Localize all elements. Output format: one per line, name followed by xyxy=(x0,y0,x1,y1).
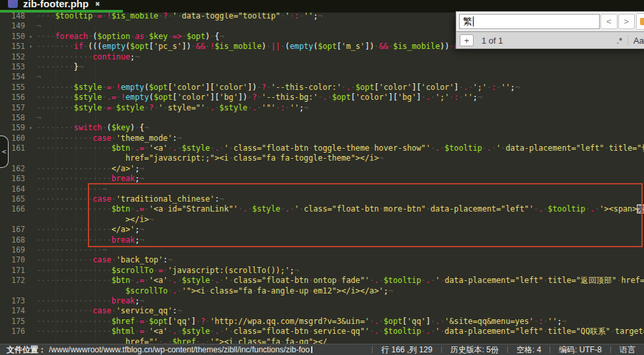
regex-toggle[interactable]: .* xyxy=(611,35,627,46)
code-line[interactable]: 155········$style·=·!empty($opt['color']… xyxy=(0,83,644,93)
line-number[interactable]: 158 xyxy=(0,113,25,123)
line-number[interactable]: 157 xyxy=(0,103,25,113)
fold-gutter xyxy=(25,194,36,204)
code-line[interactable]: href="javascript:;"><i·class="fa·fa-togg… xyxy=(0,153,644,163)
code-line[interactable]: 166················$btn·.=·'<a·id="Stran… xyxy=(0,204,644,214)
spaces-setting[interactable]: 空格: 4 xyxy=(508,344,550,355)
fold-gutter xyxy=(25,174,36,184)
line-number[interactable]: 159 xyxy=(0,123,25,133)
fold-gutter xyxy=(25,143,36,153)
code-line[interactable]: 158¬ xyxy=(0,113,644,123)
cursor-position: 行 166 ,列 129 xyxy=(373,344,441,355)
active-tab-underline xyxy=(0,10,123,13)
line-number[interactable]: 167 xyxy=(0,225,25,235)
line-number[interactable]: 164 xyxy=(0,184,25,194)
code-lines[interactable]: 148····$tooltip·=·!$is_mobile·?·'·data-t… xyxy=(0,11,644,347)
find-extra-button[interactable] xyxy=(636,13,644,30)
history-versions[interactable]: 历史版本: 5份 xyxy=(442,344,507,355)
line-number[interactable]: 176 xyxy=(0,327,25,336)
code-line[interactable]: ></i>¬ xyxy=(0,215,644,225)
code-line[interactable]: 164··············¬ xyxy=(0,184,644,194)
find-panel-row1: 繁 < > xyxy=(456,11,644,32)
code-line[interactable]: 172················$btn·.=·'<a'·.·$style… xyxy=(0,276,644,286)
match-count: 1 of 1 xyxy=(482,36,503,46)
find-query-text: 繁 xyxy=(463,16,472,28)
code-line[interactable]: 167················</a>';¬ xyxy=(0,225,644,235)
language-setting[interactable]: 语言 xyxy=(611,344,644,355)
line-number[interactable]: 174 xyxy=(0,306,25,316)
code-line[interactable]: 176················$html·=·'<a'·.·$style… xyxy=(0,327,644,336)
code-line[interactable]: 175················$href·=·$opt['qq']·?·… xyxy=(0,317,644,327)
fold-gutter xyxy=(25,286,36,296)
line-number[interactable]: 148 xyxy=(0,11,25,21)
line-number[interactable]: 175 xyxy=(0,317,25,327)
line-number[interactable] xyxy=(0,286,25,296)
line-number[interactable]: 165 xyxy=(0,194,25,204)
line-number[interactable]: 169 xyxy=(0,245,25,255)
code-line[interactable]: 169··············¬ xyxy=(0,245,644,255)
case-toggle[interactable]: Aa xyxy=(627,35,644,46)
line-number[interactable] xyxy=(0,215,25,225)
code-line[interactable]: 154¬ xyxy=(0,72,644,82)
line-number[interactable]: 170 xyxy=(0,255,25,265)
sidebar-collapse-handle[interactable]: < xyxy=(0,136,9,168)
code-line[interactable]: 160············case·'theme_mode':¬ xyxy=(0,134,644,143)
fold-gutter xyxy=(25,296,36,306)
fold-arrow-icon[interactable]: ▾ xyxy=(25,42,36,52)
line-number[interactable]: 173 xyxy=(0,296,25,306)
line-number[interactable]: 156 xyxy=(0,93,25,102)
php-file-icon xyxy=(8,0,18,8)
line-number[interactable]: 151 xyxy=(0,42,25,52)
close-icon[interactable]: ✖ xyxy=(95,0,100,9)
fold-gutter xyxy=(25,11,36,21)
encoding-setting[interactable]: 编码: UTF-8 xyxy=(550,344,610,355)
code-line[interactable]: 168················break;¬ xyxy=(0,235,644,245)
code-line[interactable]: 157········$style·=·$style·?·'·style="'·… xyxy=(0,103,644,113)
find-panel-row2: + 1 of 1 .* Aa xyxy=(456,32,644,49)
fold-gutter xyxy=(25,153,36,163)
path-cursor xyxy=(311,346,312,353)
line-number[interactable]: 152 xyxy=(0,52,25,62)
line-number[interactable]: 168 xyxy=(0,235,25,245)
line-number[interactable]: 154 xyxy=(0,72,25,82)
code-line[interactable]: 165············case·'traditional_chinese… xyxy=(0,194,644,204)
fold-gutter xyxy=(25,93,36,102)
line-number[interactable]: 171 xyxy=(0,266,25,276)
code-line[interactable]: 174············case·'service_qq':¬ xyxy=(0,306,644,316)
line-number[interactable]: 155 xyxy=(0,83,25,93)
code-line[interactable]: 153········}¬ xyxy=(0,62,644,72)
line-number[interactable]: 153 xyxy=(0,62,25,72)
fold-gutter xyxy=(25,72,36,82)
fold-gutter xyxy=(25,184,36,194)
code-line[interactable]: 161················$btn·.=·'<a'·.·$style… xyxy=(0,143,644,153)
find-prev-button[interactable]: < xyxy=(600,14,618,29)
fold-arrow-icon[interactable]: ▾ xyxy=(25,32,36,42)
fold-gutter xyxy=(25,62,36,72)
line-number[interactable]: 163 xyxy=(0,174,25,184)
editor-window: 148····$tooltip·=·!$is_mobile·?·'·data-t… xyxy=(0,0,644,355)
code-line[interactable]: 162················</a>';¬ xyxy=(0,164,644,174)
code-line[interactable]: 173················break;¬ xyxy=(0,296,644,306)
line-number[interactable]: 172 xyxy=(0,276,25,286)
fold-gutter xyxy=(25,52,36,62)
find-input[interactable]: 繁 xyxy=(459,14,600,29)
fold-arrow-icon[interactable]: ▾ xyxy=(25,123,36,133)
code-line[interactable]: 152············continue;¬ xyxy=(0,52,644,62)
line-number[interactable]: 150 xyxy=(0,32,25,42)
tab-zib-footer[interactable]: zib-footer.php ✖ xyxy=(0,0,123,13)
add-search-row-button[interactable]: + xyxy=(460,34,474,46)
code-line[interactable]: 163················break;¬ xyxy=(0,174,644,184)
text-caret xyxy=(473,17,474,26)
line-number[interactable]: 149 xyxy=(0,21,25,31)
find-next-button[interactable]: > xyxy=(618,14,635,29)
code-line[interactable]: $scrollTo·.·'"><i·class="fa·fa-angle-up·… xyxy=(0,286,644,296)
fold-gutter xyxy=(25,215,36,225)
fold-gutter xyxy=(25,113,36,123)
code-line[interactable]: 159▾········switch·($key)·{¬ xyxy=(0,123,644,133)
code-line[interactable]: 170············case·'back_top':¬ xyxy=(0,255,644,265)
find-extra-icon xyxy=(640,18,644,25)
line-number[interactable]: 166 xyxy=(0,204,25,214)
fold-gutter xyxy=(25,276,36,286)
code-line[interactable]: 171················$scrollTo·=·'javascri… xyxy=(0,266,644,276)
code-line[interactable]: 156········$style·.=·!empty($opt['color'… xyxy=(0,93,644,102)
